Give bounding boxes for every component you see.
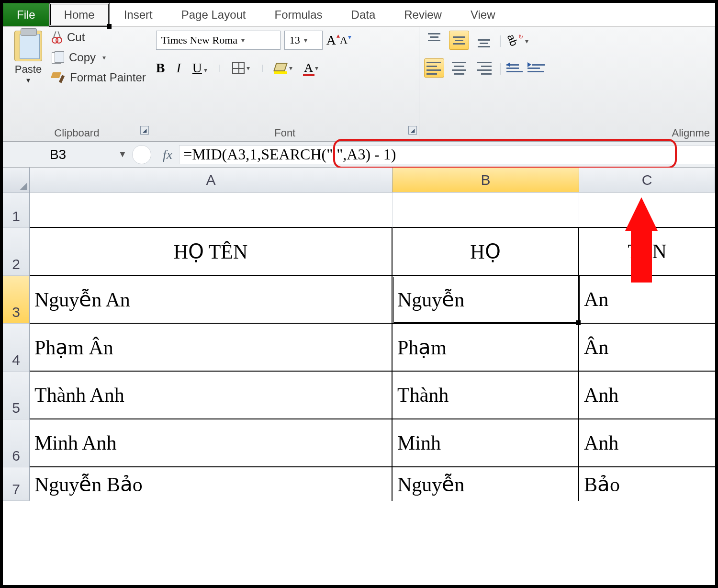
cell-a3[interactable]: Nguyễn An [30,276,393,324]
align-left-button[interactable] [424,58,444,78]
underline-button[interactable]: U▾ [192,60,207,76]
paste-dropdown-icon[interactable]: ▾ [26,76,30,85]
chevron-down-icon: ▾ [204,66,207,74]
row-header-3[interactable]: 3 [3,276,30,324]
align-top-button[interactable] [424,31,444,50]
row-header-6[interactable]: 6 [3,419,30,467]
worksheet: A B C 1 2 HỌ TÊN HỌ TÊN 3 Nguyễn An Nguy… [3,168,715,501]
annotation-arrow-icon [625,197,658,231]
align-right-button[interactable] [474,58,494,78]
tab-view[interactable]: View [456,3,510,26]
row-2: 2 HỌ TÊN HỌ TÊN [3,228,715,276]
row-header-7[interactable]: 7 [3,467,30,501]
tab-review[interactable]: Review [390,3,456,26]
cell-c4[interactable]: Ân [579,324,715,372]
cancel-formula-button[interactable] [132,145,151,164]
copy-label: Copy [69,51,96,64]
group-alignment: | ab↻▾ | Alignme [419,27,715,141]
cell-b5[interactable]: Thành [393,372,579,419]
cell-a2[interactable]: HỌ TÊN [30,228,393,276]
chevron-down-icon: ▾ [315,64,318,72]
row-1: 1 [3,192,715,228]
tab-page-layout[interactable]: Page Layout [167,3,260,26]
row-header-1[interactable]: 1 [3,192,30,228]
fx-icon[interactable]: fx [156,147,179,162]
cell-c3[interactable]: An [579,276,715,324]
cell-b3[interactable]: Nguyễn [393,276,579,324]
tab-insert[interactable]: Insert [110,3,167,26]
tab-data[interactable]: Data [337,3,390,26]
cut-label: Cut [67,31,85,44]
paste-button[interactable]: Paste ▾ [8,31,49,126]
font-name-combo[interactable]: Times New Roma▾ [156,31,280,50]
name-box[interactable]: B3 [3,145,113,164]
paste-icon [14,31,42,61]
format-painter-button[interactable]: Format Painter [52,71,146,84]
chevron-down-icon: ▾ [247,64,250,72]
paste-label: Paste [15,63,42,76]
cell-b6[interactable]: Minh [393,419,579,467]
cell-c7[interactable]: Bảo [579,467,715,501]
row-3: 3 Nguyễn An Nguyễn An [3,276,715,324]
chevron-down-icon: ▾ [525,37,528,45]
increase-font-size-button[interactable]: A▴ [326,33,336,48]
bold-button[interactable]: B [156,60,165,76]
italic-button[interactable]: I [176,60,180,76]
clipboard-group-label: Clipboard◢ [8,126,146,139]
align-bottom-button[interactable] [474,31,494,50]
row-7: 7 Nguyễn Bảo Nguyễn Bảo [3,467,715,501]
row-header-5[interactable]: 5 [3,372,30,419]
name-box-dropdown[interactable]: ▼ [113,149,132,159]
orientation-button[interactable]: ab↻▾ [506,34,528,46]
increase-indent-button[interactable] [527,61,544,75]
ribbon-tabs: File Home Insert Page Layout Formulas Da… [3,3,715,27]
bucket-icon [275,63,287,73]
formula-input[interactable]: =MID(A3,1,SEARCH(" ",A3) - 1) [179,145,715,164]
chevron-down-icon: ▾ [241,36,245,44]
align-center-button[interactable] [449,58,469,78]
font-color-button[interactable]: A▾ [304,61,318,75]
row-header-2[interactable]: 2 [3,228,30,276]
row-header-4[interactable]: 4 [3,324,30,372]
cut-button[interactable]: Cut [52,31,146,44]
copy-button[interactable]: Copy ▾ [52,51,146,64]
cell-a1[interactable] [30,192,393,228]
row-5: 5 Thành Anh Thành Anh [3,372,715,419]
borders-button[interactable]: ▾ [232,62,250,74]
tab-home[interactable]: Home [49,3,110,26]
borders-icon [232,62,245,74]
font-dialog-launcher[interactable]: ◢ [408,126,417,135]
cell-b4[interactable]: Phạm [393,324,579,372]
col-header-a[interactable]: A [30,168,393,192]
cell-c6[interactable]: Anh [579,419,715,467]
align-middle-button[interactable] [449,31,469,50]
column-headers: A B C [3,168,715,192]
format-painter-icon [52,71,65,84]
col-header-c[interactable]: C [579,168,715,192]
chevron-down-icon: ▾ [289,64,292,72]
clipboard-dialog-launcher[interactable]: ◢ [140,126,149,135]
cell-b1[interactable] [393,192,579,228]
decrease-indent-button[interactable] [506,61,523,75]
select-all-corner[interactable] [3,168,30,192]
tab-file[interactable]: File [3,3,49,26]
chevron-down-icon: ▾ [304,36,307,44]
cell-c5[interactable]: Anh [579,372,715,419]
copy-dropdown-icon[interactable]: ▾ [102,54,106,61]
scissors-icon [52,31,62,44]
cell-b7[interactable]: Nguyễn [393,467,579,501]
format-painter-label: Format Painter [70,71,146,84]
cell-b2[interactable]: HỌ [393,228,579,276]
formula-bar: B3 ▼ fx =MID(A3,1,SEARCH(" ",A3) - 1) [3,142,715,168]
tab-formulas[interactable]: Formulas [260,3,337,26]
alignment-group-label: Alignme [424,126,710,139]
decrease-font-size-button[interactable]: A▾ [340,34,348,46]
col-header-b[interactable]: B [393,168,579,192]
font-color-icon: A [304,61,313,75]
cell-a7[interactable]: Nguyễn Bảo [30,467,393,501]
cell-a6[interactable]: Minh Anh [30,419,393,467]
cell-a4[interactable]: Phạm Ân [30,324,393,372]
fill-color-button[interactable]: ▾ [275,63,292,73]
cell-a5[interactable]: Thành Anh [30,372,393,419]
font-size-combo[interactable]: 13▾ [284,31,323,50]
